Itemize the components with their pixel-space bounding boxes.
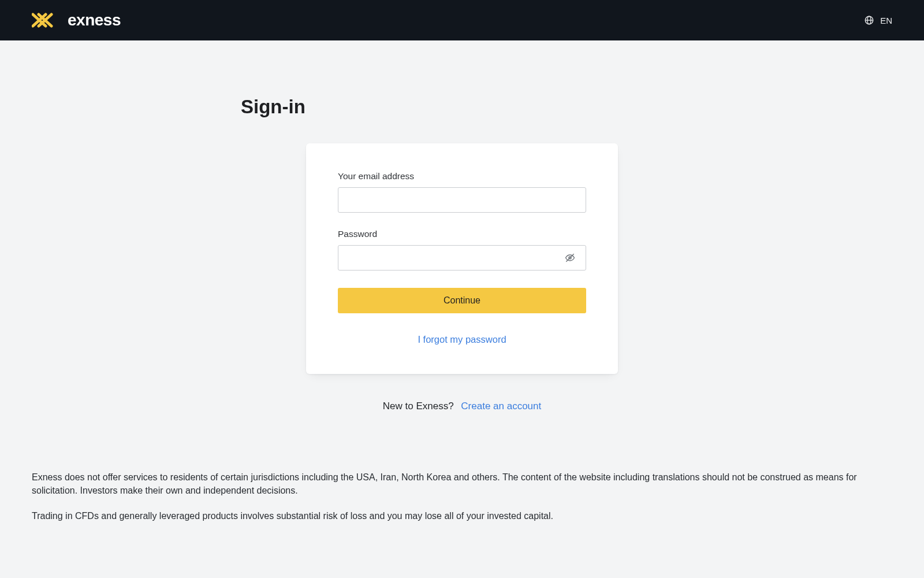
brand-name: exness: [68, 11, 121, 29]
disclaimer-paragraph-1: Exness does not offer services to reside…: [32, 471, 892, 497]
eye-off-icon: [564, 252, 576, 264]
disclaimer-paragraph-2: Trading in CFDs and generally leveraged …: [32, 510, 892, 523]
signup-prompt-text: New to Exness?: [383, 401, 454, 412]
exness-logo-icon: [32, 12, 61, 28]
password-label: Password: [338, 229, 586, 239]
email-field[interactable]: [338, 187, 586, 213]
continue-button[interactable]: Continue: [338, 288, 586, 313]
create-account-link[interactable]: Create an account: [461, 401, 541, 412]
toggle-password-visibility-button[interactable]: [558, 245, 582, 271]
forgot-password-link[interactable]: I forgot my password: [338, 334, 586, 345]
app-header: exness EN: [0, 0, 924, 40]
brand-logo[interactable]: exness: [32, 11, 121, 29]
disclaimer-block: Exness does not offer services to reside…: [32, 471, 892, 523]
language-label: EN: [880, 16, 892, 25]
globe-icon: [864, 15, 874, 25]
email-label: Your email address: [338, 171, 586, 181]
password-field[interactable]: [338, 245, 586, 271]
signin-card: Your email address Password Continue I f…: [306, 143, 618, 374]
language-selector[interactable]: EN: [864, 15, 892, 25]
page-title: Sign-in: [241, 96, 892, 118]
signup-prompt-row: New to Exness? Create an account: [32, 401, 892, 412]
